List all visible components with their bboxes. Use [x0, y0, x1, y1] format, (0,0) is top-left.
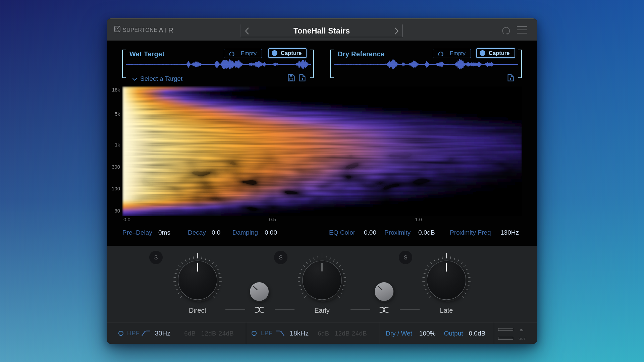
svg-text:Late: Late [440, 307, 453, 314]
svg-text:S: S [154, 255, 158, 260]
svg-text:Early: Early [314, 307, 330, 314]
svg-text:S: S [404, 255, 408, 260]
svg-text:S: S [279, 255, 283, 260]
svg-text:Direct: Direct [189, 307, 207, 314]
